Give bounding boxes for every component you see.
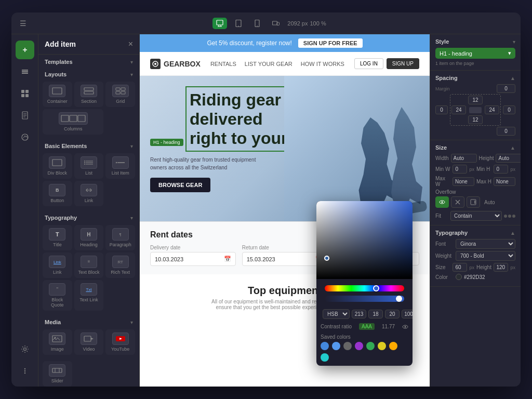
typo-block-quote[interactable]: " Block Quote	[43, 280, 72, 311]
padding-right-input[interactable]	[485, 105, 499, 114]
list-item-icon	[112, 156, 129, 169]
screen-size-value: 2092 px	[287, 20, 308, 26]
nav-link-rentals[interactable]: RENTALS	[210, 61, 236, 67]
min-w-input[interactable]	[453, 165, 467, 174]
padding-bottom-input[interactable]	[468, 115, 483, 124]
padding-top-input[interactable]	[468, 96, 483, 104]
typography-section-header[interactable]: Typography ▾	[38, 210, 139, 223]
device-tablet-btn[interactable]	[231, 18, 246, 29]
saved-color-6[interactable]	[378, 342, 386, 350]
media-image[interactable]: Image	[43, 329, 72, 355]
max-w-input[interactable]	[453, 177, 474, 186]
saved-color-4[interactable]	[355, 342, 363, 350]
weight-select[interactable]: 700 - Bold 400 - Regular	[456, 251, 515, 261]
close-btn[interactable]: ×	[128, 39, 133, 49]
assets-icon-btn[interactable]	[16, 128, 34, 147]
style-dropdown[interactable]: H1 - heading ▾	[435, 48, 515, 59]
saved-color-5[interactable]	[366, 342, 375, 350]
color-mode-select[interactable]: HSB RGB HEX	[323, 309, 350, 319]
alpha-value-input[interactable]	[402, 310, 413, 318]
layouts-section-header[interactable]: Layouts ▾	[38, 67, 139, 79]
layout-section[interactable]: Section	[74, 82, 104, 107]
margin-bottom-input[interactable]	[497, 127, 515, 136]
hero-cta-btn[interactable]: BROWSE GEAR	[150, 178, 210, 192]
layout-grid[interactable]: Grid	[105, 82, 135, 107]
margin-right-input[interactable]	[503, 105, 515, 114]
font-size-input[interactable]	[453, 263, 467, 272]
layout-container[interactable]: Container	[43, 82, 72, 107]
color-picker-dot[interactable]	[324, 256, 329, 261]
h-value-input[interactable]	[352, 310, 366, 318]
typo-link[interactable]: Link Link	[43, 252, 72, 278]
typo-text-block[interactable]: ≡ Text Block	[74, 252, 104, 278]
overflow-hidden-btn[interactable]	[451, 196, 464, 208]
saved-color-3[interactable]	[343, 342, 352, 350]
hue-bar[interactable]	[325, 285, 404, 291]
device-desktop-btn[interactable]	[212, 18, 227, 29]
color-gradient[interactable]	[316, 201, 413, 279]
opacity-bar[interactable]	[325, 296, 404, 302]
delivery-input[interactable]: 10.03.2023 📅	[150, 252, 236, 266]
login-btn[interactable]: LOG IN	[354, 58, 383, 69]
basic-elements-section-header[interactable]: Basic Elements ▾	[38, 139, 139, 151]
media-section-header[interactable]: Media ▾	[38, 315, 139, 327]
link-label-typo: Link	[53, 270, 62, 275]
element-div-block[interactable]: Div Block	[43, 153, 72, 179]
element-list[interactable]: List	[74, 153, 104, 179]
element-button[interactable]: B Button	[43, 181, 72, 206]
saved-color-1[interactable]	[321, 342, 329, 350]
contrast-row: Contrast ratio AAA 11.77	[316, 321, 413, 332]
typo-heading[interactable]: H Heading	[74, 225, 104, 250]
s-value-input[interactable]	[368, 310, 383, 318]
padding-left-input[interactable]	[451, 105, 466, 114]
color-value-display[interactable]: #292D32	[456, 274, 485, 280]
max-h-input[interactable]	[494, 177, 515, 186]
templates-section-header[interactable]: Templates ▾	[38, 55, 139, 67]
announcement-signup-btn[interactable]: SIGN UP FOR FREE	[298, 38, 363, 48]
media-youtube[interactable]: YouTube	[105, 329, 135, 355]
line-height-input[interactable]	[494, 263, 508, 272]
min-h-input[interactable]	[494, 165, 508, 174]
extra-icon-btn[interactable]	[16, 362, 34, 380]
pages-icon-btn[interactable]	[16, 106, 34, 125]
max-w-label: Max W	[435, 176, 450, 187]
saved-color-7[interactable]	[389, 342, 397, 350]
saved-color-2[interactable]	[332, 342, 340, 350]
saved-color-8[interactable]	[321, 353, 329, 362]
overflow-scroll-btn[interactable]	[467, 196, 480, 208]
typo-rich-text[interactable]: RT Rich Text	[105, 252, 135, 278]
font-select[interactable]: Ginora	[456, 239, 515, 249]
layout-columns[interactable]: Columns	[43, 109, 103, 135]
signup-nav-btn[interactable]: SIGN UP	[387, 58, 419, 69]
element-list-item[interactable]: List Item	[105, 153, 135, 179]
media-video[interactable]: Video	[74, 329, 104, 355]
margin-top-input[interactable]	[497, 84, 515, 93]
height-input[interactable]	[496, 154, 521, 163]
b-value-input[interactable]	[385, 310, 400, 318]
device-responsive-btn[interactable]	[269, 18, 283, 29]
return-input[interactable]: 15.03.2023 📅	[242, 252, 328, 266]
margin-left-input[interactable]	[435, 105, 448, 114]
fit-select[interactable]: Contain Cover Fill	[450, 211, 502, 221]
width-input[interactable]	[451, 154, 477, 163]
device-mobile-btn[interactable]	[250, 18, 264, 29]
svg-rect-13	[22, 70, 28, 71]
nav-link-how[interactable]: HOW IT WORKS	[301, 61, 344, 67]
components-icon-btn[interactable]	[16, 84, 34, 103]
overflow-visible-btn[interactable]	[435, 196, 449, 208]
typo-title[interactable]: T Title	[43, 225, 72, 250]
settings-icon-btn[interactable]	[16, 340, 34, 358]
add-item-icon-btn[interactable]	[16, 41, 34, 59]
eye-icon[interactable]	[402, 324, 408, 330]
svg-rect-0	[217, 20, 223, 25]
nav-link-list[interactable]: LIST YOUR GEAR	[245, 61, 292, 67]
element-link[interactable]: Link	[74, 181, 104, 206]
line-height-unit: px	[510, 265, 515, 270]
hamburger-icon[interactable]: ☰	[20, 19, 26, 28]
extra-icon	[21, 367, 29, 375]
typo-paragraph[interactable]: ¶ Paragraph	[105, 225, 135, 250]
media-extra[interactable]: Slider	[43, 361, 72, 387]
svg-rect-15	[22, 73, 28, 74]
typo-text-link[interactable]: Txt Text Link	[74, 280, 104, 311]
layers-icon-btn[interactable]	[16, 62, 34, 81]
